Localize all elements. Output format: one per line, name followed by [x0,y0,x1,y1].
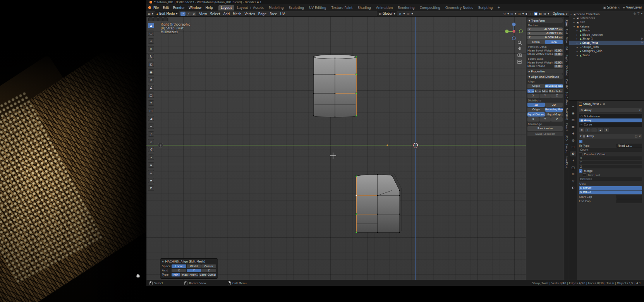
expand-caret-icon[interactable]: ▸ [577,37,579,40]
workspace-tab[interactable]: Compositing [417,5,443,10]
sidebar-tab[interactable]: Tool [565,27,568,35]
modifier-action-button[interactable]: ▾ [604,128,609,132]
distribute-dim-button[interactable]: 2D [545,103,563,107]
workspace-tab[interactable]: Layout [218,5,234,10]
distribute-spacing-button[interactable]: Equal Gap [545,112,563,117]
expand-caret-icon[interactable]: ▸ [577,46,579,48]
tool-tab[interactable]: ≡ [570,104,576,109]
menu-item[interactable]: Help [203,6,215,10]
distribute-axis-button[interactable]: X [527,117,539,122]
mode-dropdown[interactable]: ▲ Edit Mode ▾ [155,11,179,16]
shading-caret[interactable]: ▾ [548,12,549,15]
select-mode-button[interactable]: ▰ [191,12,196,16]
align-mode-button[interactable]: Origin [527,84,545,88]
view-layer-tab[interactable]: ▦ [570,124,576,129]
tool-button[interactable]: ▭ [148,31,154,36]
overlays-caret[interactable]: ▾ [522,12,524,15]
outliner-row[interactable]: ▸ ▣ References [569,16,644,21]
tool-button[interactable]: △ [148,139,154,144]
proportional-caret[interactable]: ▾ [411,12,413,15]
filter-icon[interactable]: ▽ [637,12,639,15]
search-icon[interactable]: ◎ [634,12,636,15]
distribute-spacing-button[interactable]: Equal Distance [527,112,545,117]
modifier-action-button[interactable]: ▴ [598,128,603,132]
select-mode-button[interactable]: • [180,12,185,16]
tool-button[interactable]: + [148,38,154,44]
viewport-nav-buttons[interactable] [518,41,522,63]
viewport-menu-item[interactable]: UV [278,12,286,16]
outliner-row[interactable]: ▸ ▲ Blade [569,28,644,33]
median-value-field[interactable]: X -0.000102 m [527,27,563,31]
shading-rendered-icon[interactable]: ◍ [543,12,546,15]
sidebar-tab[interactable]: HardOps [565,155,568,169]
align-target-button[interactable]: R.T... [549,89,555,93]
align-distribute-panel-header[interactable]: ▾ Align And Distribute [527,74,563,79]
viewport-canvas[interactable] [146,17,526,280]
axis-option-button[interactable]: Y [187,269,201,272]
first-last-checkbox[interactable] [583,173,586,177]
align-axis-button[interactable]: Y [539,94,551,98]
constraints-tab[interactable]: ⊞ [570,172,576,177]
align-target-button[interactable]: L.T... [556,89,563,93]
distribute-mode-button[interactable]: Bounding Box [545,108,563,112]
object-data-tab[interactable]: ▽ [570,178,576,184]
tool-button[interactable]: ↑ [148,100,154,106]
modifier-action-button[interactable]: + [585,128,591,132]
fit-type-dropdown[interactable]: Fixed Co... [617,144,642,148]
workspace-tab[interactable]: Shading [355,5,373,10]
workspace-tab[interactable]: Geometry Nodes [443,5,476,10]
menu-item[interactable]: Render [171,6,187,10]
space-toggle-button[interactable]: Local [545,40,563,44]
sidebar-tab[interactable]: Zen UV [565,78,568,90]
tool-button[interactable]: ∕ [148,131,154,137]
select-mode-button[interactable]: ╱ [186,12,191,16]
mesh-upper[interactable] [313,55,357,117]
sidebar-tab[interactable]: BoxCutter [565,91,568,106]
workspace-tab[interactable]: Sculpting [287,5,307,10]
tool-button[interactable]: ▲ [148,23,154,28]
distribute-axis-button[interactable]: Y [539,117,551,122]
align-target-button[interactable]: L.T... [534,89,541,93]
physics-tab[interactable]: ◯ [570,165,576,170]
options-dropdown[interactable]: Options ∨ [553,12,568,15]
viewport-mini-icon[interactable] [148,17,153,21]
select-visibility-caret[interactable]: ▾ [507,12,509,15]
object-tab[interactable]: □ [570,144,576,149]
snap-caret[interactable]: ▾ [403,12,405,15]
workspace-tab[interactable]: Modeling [266,5,286,10]
median-value-field[interactable]: Y -0.00721 m [527,32,563,36]
expand-caret-icon[interactable]: ▸ [577,54,579,57]
distribute-mode-button[interactable]: Origin [527,108,545,112]
expand-caret-icon[interactable]: ▸ [577,33,579,36]
expand-caret-icon[interactable]: ▸ [577,50,579,52]
tool-button[interactable]: ∠ [148,85,154,90]
add-workspace-button[interactable]: + [496,6,502,9]
swap-location-button[interactable]: Swap Location [527,132,563,136]
shading-wireframe-icon[interactable]: ◌ [530,12,532,15]
value-field[interactable]: 0.00 [554,65,563,68]
render-tab[interactable]: ◉ [570,111,576,116]
tool-button[interactable]: ▱ [148,77,154,82]
merge-checkbox[interactable]: ✓ [579,169,582,173]
expand-caret-icon[interactable]: ▸ [577,41,579,44]
modifier-list-row[interactable]: ~ Curve [579,122,642,127]
workspace-tab[interactable]: Animation [374,5,395,10]
expand-caret-icon[interactable]: ▾ [574,25,576,28]
align-axis-button[interactable]: X [527,94,539,98]
distribute-dim-button[interactable]: 1D [527,103,545,107]
modifiers-tab[interactable]: ⚙ [570,151,576,156]
space-option-button[interactable]: Cursor [201,264,216,268]
randomize-button[interactable]: Randomize [527,126,563,131]
snap-magnet-icon[interactable]: ∩ [399,12,402,15]
editor-type-caret[interactable]: ▾ [152,12,153,15]
axis-option-button[interactable]: Z [201,269,216,272]
output-tab[interactable]: ▤ [570,117,576,122]
constant-offset-checkbox[interactable] [579,153,582,156]
editor-type-icon[interactable]: ⊞ [148,12,151,15]
viewport-menu-item[interactable]: Face [268,12,278,16]
expand-caret-icon[interactable]: ▸ [574,17,576,19]
tool-button[interactable]: ↔ [148,46,154,51]
gizmo-caret[interactable]: ▾ [515,12,516,15]
tool-button[interactable]: ⊓ [148,185,154,191]
sidebar-tab[interactable]: View [565,36,568,45]
